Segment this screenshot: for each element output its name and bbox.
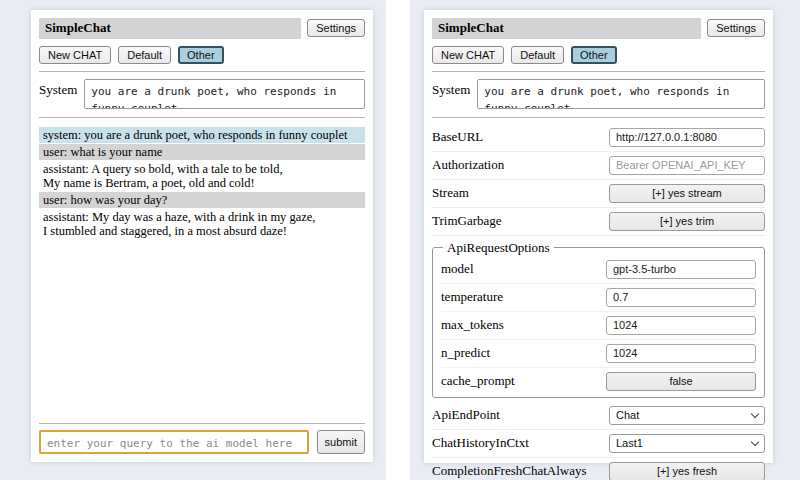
header: SimpleChat Settings [39, 18, 365, 39]
system-prompt-input[interactable]: you are a drunk poet, who responds in fu… [477, 79, 765, 109]
chat-message-system: system: you are a drunk poet, who respon… [39, 127, 365, 143]
setting-row-stream: Stream [+] yes stream [432, 180, 765, 208]
setting-row-completion-fresh-chat-always: CompletionFreshChatAlways [+] yes fresh [432, 458, 765, 480]
divider [39, 423, 365, 424]
trimgarbage-toggle-button[interactable]: [+] yes trim [609, 212, 765, 231]
setting-row-n-predict: n_predict [441, 340, 756, 368]
chat-session-toolbar: New CHAT Default Other [39, 46, 365, 64]
authorization-label: Authorization [432, 157, 504, 173]
header: SimpleChat Settings [432, 18, 765, 39]
temperature-label: temperature [441, 289, 503, 305]
system-prompt-input[interactable]: you are a drunk poet, who responds in fu… [84, 79, 365, 109]
api-endpoint-label: ApiEndPoint [432, 407, 500, 423]
n-predict-input[interactable] [606, 344, 756, 363]
api-endpoint-selected-value: Chat [616, 409, 639, 421]
divider [39, 117, 365, 118]
completion-fresh-chat-always-label: CompletionFreshChatAlways [432, 463, 587, 479]
max-tokens-input[interactable] [606, 316, 756, 335]
new-chat-button[interactable]: New CHAT [39, 46, 111, 64]
stream-toggle-button[interactable]: [+] yes stream [609, 184, 765, 203]
api-endpoint-select[interactable]: Chat [609, 406, 765, 425]
system-prompt-row: System you are a drunk poet, who respond… [39, 79, 365, 109]
screenshot-settings-view: SimpleChat Settings New CHAT Default Oth… [410, 0, 800, 480]
chat-history-in-ctxt-select[interactable]: Last1 [609, 434, 765, 453]
model-input[interactable] [606, 260, 756, 279]
setting-row-cache-prompt: cache_prompt false [441, 368, 756, 395]
chat-message-user: user: what is your name [39, 144, 365, 160]
setting-row-max-tokens: max_tokens [441, 312, 756, 340]
query-footer: submit [39, 416, 365, 454]
settings-form: BaseURL Authorization Stream [+] yes str… [432, 124, 765, 480]
settings-button[interactable]: Settings [307, 19, 365, 37]
setting-row-api-endpoint: ApiEndPoint Chat [432, 402, 765, 430]
settings-button[interactable]: Settings [707, 19, 765, 37]
authorization-input[interactable] [609, 156, 765, 175]
setting-row-chat-history-in-ctxt: ChatHistoryInCtxt Last1 [432, 430, 765, 458]
api-request-options-legend: ApiRequestOptions [443, 240, 554, 256]
completion-fresh-chat-toggle-button[interactable]: [+] yes fresh [609, 462, 765, 480]
cache-prompt-toggle-button[interactable]: false [606, 372, 756, 391]
new-chat-button[interactable]: New CHAT [432, 46, 504, 64]
query-input[interactable] [39, 430, 309, 454]
temperature-input[interactable] [606, 288, 756, 307]
chat-message-user: user: how was your day? [39, 192, 365, 208]
chat-history-selected-value: Last1 [616, 437, 643, 449]
tab-other[interactable]: Other [178, 46, 224, 64]
chevron-down-icon [751, 438, 759, 446]
setting-row-model: model [441, 256, 756, 284]
system-prompt-label: System [39, 79, 77, 109]
divider [432, 117, 765, 118]
system-prompt-label: System [432, 79, 470, 109]
max-tokens-label: max_tokens [441, 317, 504, 333]
n-predict-label: n_predict [441, 345, 490, 361]
chat-message-assistant: assistant: A query so bold, with a tale … [39, 161, 365, 191]
stream-label: Stream [432, 185, 469, 201]
tab-default[interactable]: Default [118, 46, 171, 64]
model-label: model [441, 261, 474, 277]
trimgarbage-label: TrimGarbage [432, 213, 502, 229]
tab-default[interactable]: Default [511, 46, 564, 64]
query-row: submit [39, 430, 365, 454]
chat-session-toolbar: New CHAT Default Other [432, 46, 765, 64]
submit-button[interactable]: submit [317, 430, 365, 454]
system-prompt-row: System you are a drunk poet, who respond… [432, 79, 765, 109]
api-request-options-group: ApiRequestOptions model temperature max_… [432, 240, 765, 398]
chevron-down-icon [751, 410, 759, 418]
app-title: SimpleChat [39, 18, 301, 39]
chat-history-in-ctxt-label: ChatHistoryInCtxt [432, 435, 529, 451]
simplechat-settings-panel: SimpleChat Settings New CHAT Default Oth… [424, 10, 773, 463]
cache-prompt-label: cache_prompt [441, 373, 515, 389]
setting-row-temperature: temperature [441, 284, 756, 312]
chat-message-assistant: assistant: My day was a haze, with a dri… [39, 209, 365, 239]
baseurl-input[interactable] [609, 128, 765, 147]
chat-message-list: system: you are a drunk poet, who respon… [39, 126, 365, 240]
divider [432, 71, 765, 72]
setting-row-authorization: Authorization [432, 152, 765, 180]
simplechat-chat-panel: SimpleChat Settings New CHAT Default Oth… [31, 10, 373, 462]
screenshot-chat-view: SimpleChat Settings New CHAT Default Oth… [0, 0, 386, 480]
tab-other[interactable]: Other [571, 46, 617, 64]
divider [39, 71, 365, 72]
baseurl-label: BaseURL [432, 129, 483, 145]
setting-row-baseurl: BaseURL [432, 124, 765, 152]
app-title: SimpleChat [432, 18, 701, 39]
setting-row-trimgarbage: TrimGarbage [+] yes trim [432, 208, 765, 236]
